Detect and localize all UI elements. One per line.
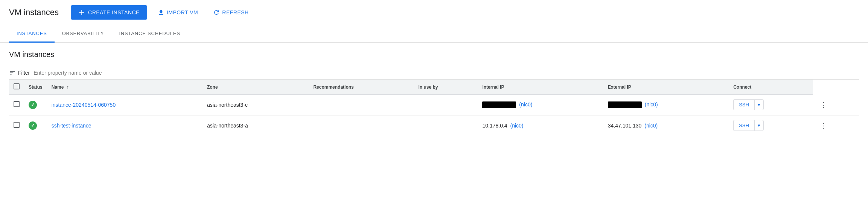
more-vert-icon: ⋮ [820,122,827,129]
chevron-down-icon: ▾ [758,102,760,108]
section-title: VM instances [9,50,859,59]
tab-instances[interactable]: INSTANCES [9,25,55,43]
page-title: VM instances [9,8,59,17]
instances-table: Status Name ↑ Zone Recommendations In us… [9,80,859,136]
main-content: VM instances Filter Status Name ↑ [0,43,868,136]
row1-external-ip-redacted [608,101,642,108]
col-header-status: Status [24,80,47,95]
row2-checkbox[interactable] [14,122,20,128]
more-vert-icon: ⋮ [820,101,827,109]
row1-internal-ip-redacted [482,101,516,108]
filter-icon [9,69,16,76]
row1-zone-cell: asia-northeast3-c [203,95,309,115]
row1-external-nic-link[interactable]: (nic0) [645,101,658,108]
chevron-down-icon: ▾ [758,123,760,128]
refresh-icon [213,9,220,16]
row1-connect-cell: SSH ▾ [729,95,813,115]
sort-asc-icon: ↑ [67,84,69,90]
row1-name-cell: instance-20240514-060750 [47,95,203,115]
import-icon [158,9,164,16]
col-header-recommendations: Recommendations [309,80,414,95]
refresh-button[interactable]: REFRESH [209,5,253,20]
row2-internal-ip-cell: 10.178.0.4 (nic0) [478,115,603,136]
filter-bar: Filter [9,66,859,80]
header-bar: VM instances CREATE INSTANCE IMPORT VM R… [0,0,868,25]
row1-ssh-wrap: SSH ▾ [733,99,808,110]
row2-status-cell: ✓ [24,115,47,136]
tabs-bar: INSTANCES OBSERVABILITY INSTANCE SCHEDUL… [0,25,868,43]
select-all-checkbox-header[interactable] [9,80,24,95]
row2-more-button[interactable]: ⋮ [817,120,830,131]
row1-internal-ip-cell: (nic0) [478,95,603,115]
row2-checkbox-cell[interactable] [9,115,24,136]
row2-zone-cell: asia-northeast3-a [203,115,309,136]
import-vm-button[interactable]: IMPORT VM [153,5,203,20]
select-all-checkbox[interactable] [14,83,20,89]
col-header-inuseby: In use by [414,80,478,95]
row1-external-ip-cell: (nic0) [603,95,729,115]
row1-internal-nic-link[interactable]: (nic0) [519,101,532,108]
row1-inuseby-cell [414,95,478,115]
row2-external-ip-cell: 34.47.101.130 (nic0) [603,115,729,136]
tab-instance-schedules[interactable]: INSTANCE SCHEDULES [111,25,187,43]
row2-external-nic-link[interactable]: (nic0) [644,123,658,129]
table-header-row: Status Name ↑ Zone Recommendations In us… [9,80,859,95]
row2-inuseby-cell [414,115,478,136]
row2-recommendations-cell [309,115,414,136]
row2-internal-nic-link[interactable]: (nic0) [510,123,524,129]
row2-ssh-dropdown-button[interactable]: ▾ [754,120,764,131]
row2-ssh-wrap: SSH ▾ [733,120,808,131]
col-header-external-ip: External IP [603,80,729,95]
row2-ssh-button[interactable]: SSH [733,120,754,131]
row2-internal-ip-text: 10.178.0.4 [482,123,507,129]
row2-status-icon: ✓ [29,121,37,130]
create-icon [78,9,85,16]
col-header-internal-ip: Internal IP [478,80,603,95]
row1-checkbox[interactable] [14,101,20,107]
row1-status-cell: ✓ [24,95,47,115]
create-instance-button[interactable]: CREATE INSTANCE [71,5,147,20]
filter-input[interactable] [34,70,859,76]
col-header-name[interactable]: Name ↑ [47,80,203,95]
row1-recommendations-cell [309,95,414,115]
table-row: ✓ instance-20240514-060750 asia-northeas… [9,95,859,115]
col-header-zone: Zone [203,80,309,95]
row1-more-cell: ⋮ [813,95,859,115]
svg-rect-1 [79,12,84,13]
row2-name-link[interactable]: ssh-test-instance [52,123,91,129]
filter-icon-wrap: Filter [9,69,30,76]
row1-more-button[interactable]: ⋮ [817,99,830,111]
filter-label: Filter [18,70,30,76]
row2-more-cell: ⋮ [813,115,859,136]
row1-ssh-dropdown-button[interactable]: ▾ [754,99,764,110]
row2-connect-cell: SSH ▾ [729,115,813,136]
row1-status-icon: ✓ [29,101,37,109]
row2-name-cell: ssh-test-instance [47,115,203,136]
table-row: ✓ ssh-test-instance asia-northeast3-a 10… [9,115,859,136]
row1-ssh-button[interactable]: SSH [733,99,754,110]
tab-observability[interactable]: OBSERVABILITY [55,25,112,43]
col-header-connect: Connect [729,80,813,95]
row1-name-link[interactable]: instance-20240514-060750 [52,102,116,108]
row1-checkbox-cell[interactable] [9,95,24,115]
row2-external-ip-text: 34.47.101.130 [608,123,642,129]
